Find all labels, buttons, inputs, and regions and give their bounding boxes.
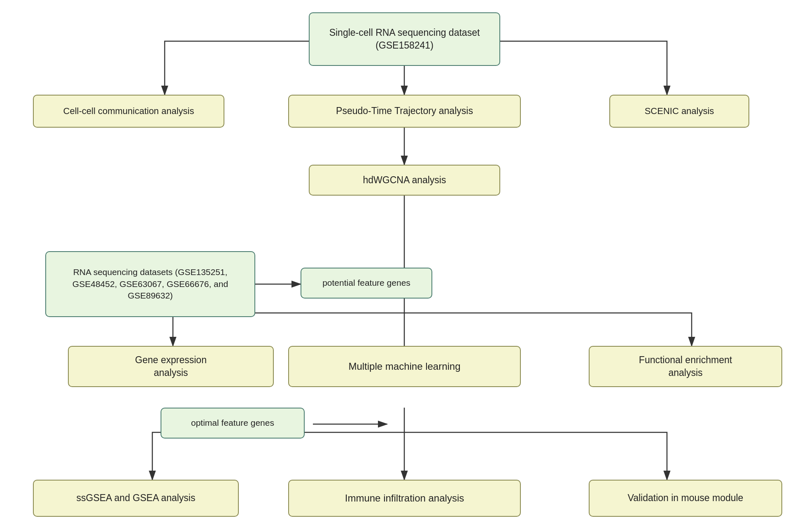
optimal-genes-box: optimal feature genes [161,408,305,439]
gene-expression-label: Gene expression analysis [135,354,207,379]
potential-genes-label: potential feature genes [322,277,410,289]
immune-infiltration-box: Immune infiltration analysis [288,480,521,517]
hdwgcna-box: hdWGCNA analysis [309,165,500,196]
multiple-ml-box: Multiple machine learning [288,346,521,387]
rna-datasets-label: RNA sequencing datasets (GSE135251, GSE4… [52,266,248,301]
optimal-genes-label: optimal feature genes [191,417,274,429]
scenic-box: SCENIC analysis [609,95,749,128]
cellcell-label: Cell-cell communication analysis [63,105,194,117]
rna-datasets-box: RNA sequencing datasets (GSE135251, GSE4… [45,251,255,317]
pseudotime-box: Pseudo-Time Trajectory analysis [288,95,521,128]
flowchart: Single-cell RNA sequencing dataset (GSE1… [0,0,809,532]
multiple-ml-label: Multiple machine learning [348,360,460,373]
gene-expression-box: Gene expression analysis [68,346,274,387]
scrna-box: Single-cell RNA sequencing dataset (GSE1… [309,12,500,66]
ssgsea-label: ssGSEA and GSEA analysis [77,492,196,504]
scenic-label: SCENIC analysis [645,105,714,117]
scrna-label: Single-cell RNA sequencing dataset (GSE1… [329,26,480,52]
potential-genes-box: potential feature genes [301,268,432,299]
ssgsea-box: ssGSEA and GSEA analysis [33,480,239,517]
functional-enrichment-label: Functional enrichment analysis [639,354,732,379]
pseudotime-label: Pseudo-Time Trajectory analysis [336,105,473,117]
cellcell-box: Cell-cell communication analysis [33,95,224,128]
validation-box: Validation in mouse module [589,480,782,517]
immune-infiltration-label: Immune infiltration analysis [345,492,464,505]
validation-label: Validation in mouse module [628,492,744,504]
hdwgcna-label: hdWGCNA analysis [363,174,446,187]
functional-enrichment-box: Functional enrichment analysis [589,346,782,387]
